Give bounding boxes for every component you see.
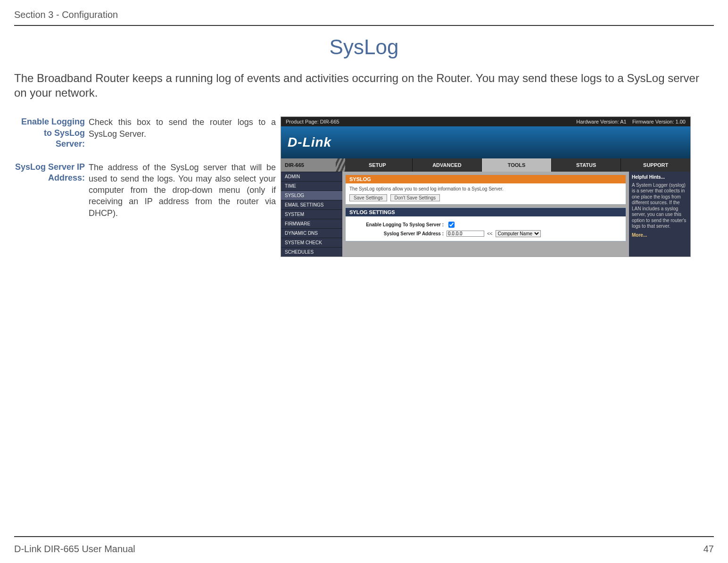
syslog-ip-label: Syslog Server IP Address : [349,231,444,236]
enable-logging-checkbox[interactable] [448,222,455,228]
page-title: SysLog [14,35,714,59]
sidebar-item-firmware[interactable]: FIRMWARE [281,219,342,228]
hints-body: A System Logger (syslog) is a server tha… [632,182,687,230]
sidebar-item-admin[interactable]: ADMIN [281,172,342,181]
hw-version-label: Hardware Version: A1 [576,119,626,124]
field-label-enable-logging: Enable Logging to SysLog Server: [14,116,85,149]
save-settings-button[interactable]: Save Settings [349,194,387,201]
sidebar-item-email[interactable]: EMAIL SETTINGS [281,200,342,209]
intro-paragraph: The Broadband Router keeps a running log… [14,71,714,100]
sidebar-item-schedules[interactable]: SCHEDULES [281,247,342,257]
hints-more-link[interactable]: More... [632,232,687,239]
fw-version-label: Firmware Version: 1.00 [632,119,686,124]
sidebar-item-syscheck[interactable]: SYSTEM CHECK [281,238,342,247]
sidebar-item-syslog[interactable]: SYSLOG [281,190,342,200]
field-label-syslog-ip: SysLog Server IP Address: [14,162,85,219]
nav-tabs: SETUP ADVANCED TOOLS STATUS SUPPORT [342,158,690,172]
tab-tools[interactable]: TOOLS [481,158,551,172]
panel-title-settings: SYLOG SETTINGS [346,208,626,216]
field-desc-syslog-ip: The address of the SysLog server that wi… [89,162,276,219]
product-page-label: Product Page: DIR-665 [286,119,339,124]
hints-heading: Helpful Hints... [632,174,687,181]
section-header: Section 3 - Configuration [14,9,714,26]
sidebar-item-system[interactable]: SYSTEM [281,209,342,219]
enable-logging-label: Enable Logging To Syslog Server : [349,222,444,227]
dlink-logo: D-Link [281,126,690,158]
model-label: DIR-665 [281,158,342,172]
sidebar-item-time[interactable]: TIME [281,181,342,190]
sidebar-item-ddns[interactable]: DYNAMIC DNS [281,228,342,238]
arrow-icon: << [487,231,493,236]
footer-manual-title: D-Link DIR-665 User Manual [14,544,135,555]
panel-desc: The SysLog options allow you to send log… [349,186,622,191]
footer-page-number: 47 [703,544,714,555]
tab-setup[interactable]: SETUP [342,158,412,172]
computer-name-select[interactable]: Computer Name [496,230,541,237]
tab-support[interactable]: SUPPORT [620,158,690,172]
helpful-hints: Helpful Hints... A System Logger (syslog… [629,172,690,257]
sidebar: ADMIN TIME SYSLOG EMAIL SETTINGS SYSTEM … [281,172,342,257]
tab-advanced[interactable]: ADVANCED [412,158,482,172]
definition-list: Enable Logging to SysLog Server: Check t… [14,116,276,219]
field-desc-enable-logging: Check this box to send the router logs t… [89,116,276,149]
syslog-ip-input[interactable] [447,231,484,237]
dont-save-settings-button[interactable]: Don't Save Settings [390,194,440,201]
panel-title-syslog: SYSLOG [346,175,626,183]
tab-status[interactable]: STATUS [551,158,621,172]
router-screenshot: Product Page: DIR-665 Hardware Version: … [281,116,691,257]
